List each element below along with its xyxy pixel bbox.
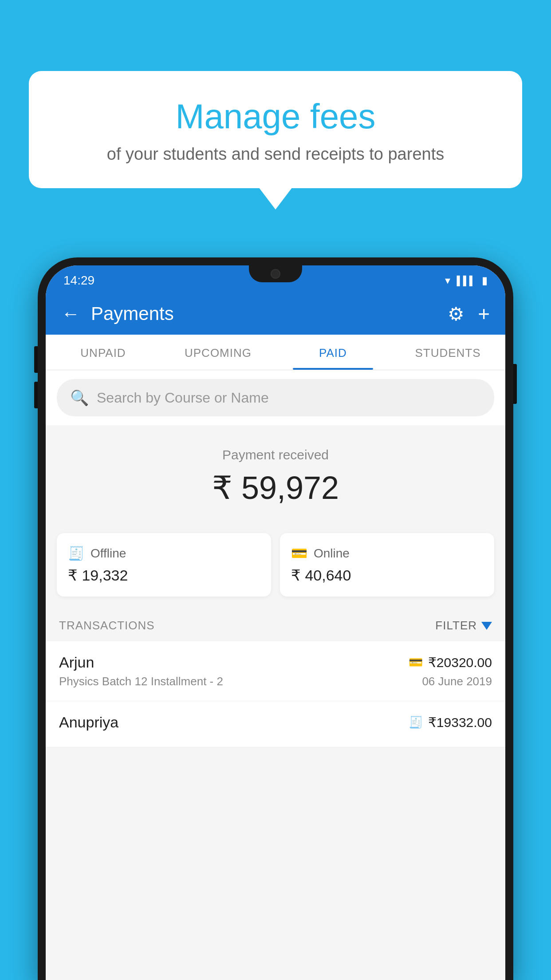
phone-frame: 14:29 ▾ ▌▌▌ ▮ ← Payments ⚙ + UNPAID UPCO…: [38, 257, 513, 980]
transaction-amount: ₹20320.00: [428, 655, 492, 670]
payment-received-label: Payment received: [59, 447, 492, 462]
filter-button[interactable]: FILTER: [435, 619, 492, 632]
transaction-top-row: Anupriya 🧾 ₹19332.00: [59, 714, 492, 731]
search-box[interactable]: 🔍 Search by Course or Name: [57, 379, 494, 416]
phone-notch: [249, 265, 302, 282]
signal-icon: ▌▌▌: [457, 276, 476, 286]
online-label: Online: [314, 546, 350, 561]
app-bar-title: Payments: [91, 303, 448, 324]
content-area: 🔍 Search by Course or Name Payment recei…: [46, 370, 505, 980]
phone-volume-button-2: [34, 382, 38, 408]
tab-students[interactable]: STUDENTS: [390, 335, 505, 370]
tab-upcoming[interactable]: UPCOMING: [161, 335, 276, 370]
transaction-name: Arjun: [59, 654, 94, 671]
bubble-title: Manage fees: [51, 98, 500, 136]
transactions-label: TRANSACTIONS: [59, 619, 155, 632]
offline-label: Offline: [91, 546, 126, 561]
payment-cards: 🧾 Offline ₹ 19,332 💳 Online ₹ 40,640: [46, 533, 505, 610]
filter-label: FILTER: [435, 619, 477, 632]
tab-bar: UNPAID UPCOMING PAID STUDENTS: [46, 335, 505, 370]
online-payment-card: 💳 Online ₹ 40,640: [280, 533, 494, 597]
filter-icon: [481, 622, 492, 630]
transaction-top-row: Arjun 💳 ₹20320.00: [59, 654, 492, 671]
offline-amount: ₹ 19,332: [68, 566, 260, 584]
status-icons: ▾ ▌▌▌ ▮: [445, 274, 488, 287]
payment-received-section: Payment received ₹ 59,972: [46, 430, 505, 533]
payment-type-icon: 💳: [409, 656, 423, 669]
add-button[interactable]: +: [478, 302, 490, 326]
phone-screen: 14:29 ▾ ▌▌▌ ▮ ← Payments ⚙ + UNPAID UPCO…: [46, 265, 505, 980]
search-container: 🔍 Search by Course or Name: [46, 370, 505, 425]
transaction-amount-wrap: 🧾 ₹19332.00: [409, 715, 492, 730]
front-camera: [271, 269, 280, 279]
transaction-course: Physics Batch 12 Installment - 2: [59, 675, 223, 688]
settings-icon[interactable]: ⚙: [448, 303, 464, 325]
table-row[interactable]: Anupriya 🧾 ₹19332.00: [46, 701, 505, 747]
online-amount: ₹ 40,640: [291, 566, 483, 584]
transaction-bottom-row: Physics Batch 12 Installment - 2 06 June…: [59, 675, 492, 688]
transaction-amount: ₹19332.00: [428, 715, 492, 730]
offline-payment-icon: 🧾: [68, 545, 84, 561]
back-button[interactable]: ←: [61, 303, 80, 324]
table-row[interactable]: Arjun 💳 ₹20320.00 Physics Batch 12 Insta…: [46, 641, 505, 701]
tab-paid[interactable]: PAID: [276, 335, 390, 370]
search-icon: 🔍: [70, 389, 89, 407]
transactions-header: TRANSACTIONS FILTER: [46, 610, 505, 641]
search-input[interactable]: Search by Course or Name: [97, 390, 269, 406]
app-bar: ← Payments ⚙ +: [46, 293, 505, 335]
tab-unpaid[interactable]: UNPAID: [46, 335, 161, 370]
bubble-subtitle: of your students and send receipts to pa…: [51, 145, 500, 164]
phone-volume-button-1: [34, 346, 38, 373]
status-time: 14:29: [63, 273, 94, 288]
offline-payment-card: 🧾 Offline ₹ 19,332: [57, 533, 271, 597]
battery-icon: ▮: [482, 274, 488, 287]
speech-bubble: Manage fees of your students and send re…: [29, 71, 522, 188]
phone-power-button: [513, 364, 517, 404]
payment-total-amount: ₹ 59,972: [59, 469, 492, 506]
wifi-icon: ▾: [445, 274, 450, 287]
online-payment-icon: 💳: [291, 545, 307, 561]
transaction-name: Anupriya: [59, 714, 118, 731]
payment-type-icon: 🧾: [409, 715, 423, 729]
online-card-header: 💳 Online: [291, 545, 483, 561]
transaction-date: 06 June 2019: [422, 675, 492, 688]
transaction-amount-wrap: 💳 ₹20320.00: [409, 655, 492, 670]
offline-card-header: 🧾 Offline: [68, 545, 260, 561]
app-bar-actions: ⚙ +: [448, 302, 490, 326]
